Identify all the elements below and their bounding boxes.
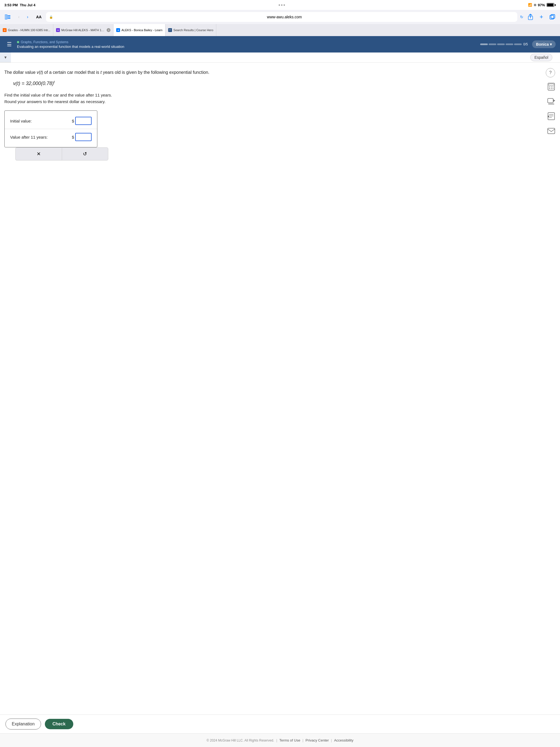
svg-rect-9 bbox=[549, 84, 554, 85]
svg-point-10 bbox=[549, 87, 550, 87]
svg-point-13 bbox=[549, 88, 550, 89]
menu-button[interactable]: ☰ bbox=[4, 40, 14, 49]
topic-dot bbox=[17, 41, 19, 43]
aleks-header: ☰ Graphs, Functions, and Systems Evaluat… bbox=[0, 36, 560, 52]
user-menu-button[interactable]: Bonica ▾ bbox=[532, 41, 556, 48]
aleks-topic: Graphs, Functions, and Systems Evaluatin… bbox=[17, 40, 480, 49]
url-bar: 🔒 www-awu.aleks.com bbox=[46, 12, 517, 22]
tab-aleks[interactable]: A ALEKS - Bonica Bailey - Learn bbox=[113, 24, 166, 36]
browser-toolbar: ‹ › AA 🔒 www-awu.aleks.com ↻ + bbox=[0, 10, 560, 24]
value-after-row: Value after 11 years: $ bbox=[5, 129, 97, 145]
wifi-icon: 📶 bbox=[528, 3, 532, 7]
find-text: Find the initial value of the car and th… bbox=[4, 92, 556, 105]
svg-rect-7 bbox=[551, 15, 555, 18]
tab-favicon-aleks: A bbox=[116, 28, 120, 32]
topic-title: Evaluating an exponential function that … bbox=[17, 45, 480, 49]
toolbar-actions: + bbox=[526, 12, 557, 21]
footer: © 2024 McGraw Hill LLC. All Rights Reser… bbox=[0, 733, 560, 747]
svg-rect-2 bbox=[8, 15, 10, 16]
lock-icon: 🔒 bbox=[49, 15, 53, 19]
svg-rect-4 bbox=[8, 18, 10, 19]
tab-mcgraw[interactable]: M McGraw Hill ALEKS - MATH 10... ✕ bbox=[53, 24, 113, 36]
url-text[interactable]: www-awu.aleks.com bbox=[55, 15, 514, 19]
progress-area: 0/5 bbox=[480, 42, 528, 46]
content-area: ? bbox=[0, 62, 560, 227]
forward-button[interactable]: › bbox=[24, 13, 32, 21]
initial-value-label: Initial value: bbox=[10, 119, 72, 123]
share-button[interactable] bbox=[526, 12, 535, 21]
accessibility-link[interactable]: Accessibility bbox=[334, 738, 354, 742]
aa-label[interactable]: AA bbox=[34, 14, 43, 20]
keyboard-buttons: ✕ ↺ bbox=[15, 147, 108, 160]
svg-rect-23 bbox=[548, 128, 555, 134]
calculator-button[interactable] bbox=[546, 81, 557, 92]
progress-fraction: 0/5 bbox=[524, 42, 528, 46]
status-bar: 3:53 PM Thu Jul 4 📶 ⊙ 97% bbox=[0, 0, 560, 10]
tab-label-grades: Grades - HUMN 100 6385 Intr... bbox=[8, 28, 50, 32]
dollar-sign-2: $ bbox=[72, 135, 74, 139]
side-tools: ? bbox=[546, 68, 560, 136]
chevron-down-icon: ▾ bbox=[4, 55, 6, 60]
math-formula: v(t) = 32,000(0.78)t bbox=[13, 80, 556, 86]
answer-box: Initial value: $ Value after 11 years: $ bbox=[4, 110, 97, 147]
footer-copyright: © 2024 McGraw Hill LLC. All Rights Reser… bbox=[207, 739, 274, 742]
svg-point-15 bbox=[553, 88, 554, 89]
topic-category: Graphs, Functions, and Systems bbox=[17, 40, 480, 44]
sidebar-toggle-button[interactable] bbox=[3, 12, 12, 21]
expand-toggle-button[interactable]: ▾ bbox=[0, 52, 11, 62]
status-right: 📶 ⊙ 97% bbox=[528, 3, 556, 7]
svg-point-12 bbox=[553, 87, 554, 87]
svg-rect-18 bbox=[548, 113, 555, 120]
textbook-button[interactable] bbox=[546, 111, 557, 122]
video-button[interactable] bbox=[546, 96, 557, 107]
tab-favicon-mcgraw: M bbox=[56, 28, 60, 32]
value-after-input[interactable] bbox=[75, 133, 92, 141]
svg-rect-22 bbox=[548, 115, 549, 117]
privacy-center-link[interactable]: Privacy Center bbox=[305, 738, 329, 742]
browser-tabs: G Grades - HUMN 100 6385 Intr... M McGra… bbox=[0, 24, 560, 36]
tabs-button[interactable] bbox=[548, 12, 557, 21]
svg-rect-17 bbox=[549, 104, 554, 104]
battery-indicator bbox=[546, 3, 556, 7]
tab-favicon-coursehero: 🛡 bbox=[168, 28, 172, 32]
tab-coursehero[interactable]: 🛡 Search Results | Course Hero bbox=[166, 24, 216, 36]
tab-grades[interactable]: G Grades - HUMN 100 6385 Intr... bbox=[0, 24, 53, 36]
terms-of-use-link[interactable]: Terms of Use bbox=[279, 738, 301, 742]
back-button[interactable]: ‹ bbox=[15, 13, 23, 21]
problem-text: The dollar value v(t) of a certain car m… bbox=[4, 69, 556, 76]
value-after-input-container: $ bbox=[72, 133, 92, 141]
check-button[interactable]: Check bbox=[45, 719, 73, 729]
explanation-button[interactable]: Explanation bbox=[5, 719, 41, 729]
status-time: 3:53 PM Thu Jul 4 bbox=[4, 3, 35, 7]
nav-buttons: ‹ › bbox=[15, 13, 32, 21]
svg-rect-6 bbox=[550, 15, 554, 19]
value-after-label: Value after 11 years: bbox=[10, 135, 72, 139]
new-tab-button[interactable]: + bbox=[537, 12, 546, 21]
initial-value-input-container: $ bbox=[72, 117, 92, 125]
initial-value-input[interactable] bbox=[75, 117, 92, 125]
location-icon: ⊙ bbox=[534, 3, 536, 7]
tab-close-mcgraw[interactable]: ✕ bbox=[107, 28, 110, 32]
svg-point-11 bbox=[551, 87, 552, 87]
tab-label-aleks: ALEKS - Bonica Bailey - Learn bbox=[121, 28, 162, 32]
tab-label-coursehero: Search Results | Course Hero bbox=[173, 28, 213, 32]
espanol-button[interactable]: Español bbox=[530, 54, 552, 61]
svg-point-14 bbox=[551, 88, 552, 89]
dollar-sign-1: $ bbox=[72, 119, 74, 123]
initial-value-row: Initial value: $ bbox=[5, 113, 97, 129]
tab-label-mcgraw: McGraw Hill ALEKS - MATH 10... bbox=[61, 28, 105, 32]
battery-percent: 97% bbox=[538, 3, 545, 7]
svg-rect-16 bbox=[548, 98, 553, 103]
help-button[interactable]: ? bbox=[546, 68, 555, 77]
bottom-bar: Explanation Check bbox=[0, 715, 560, 733]
tab-favicon-grades: G bbox=[3, 28, 6, 32]
reload-button[interactable]: ↻ bbox=[520, 15, 524, 19]
chevron-down-icon: ▾ bbox=[550, 42, 552, 47]
progress-bar bbox=[480, 44, 522, 45]
status-center-dots bbox=[279, 4, 285, 6]
svg-rect-3 bbox=[8, 17, 10, 18]
clear-button[interactable]: ✕ bbox=[15, 147, 62, 160]
svg-rect-0 bbox=[5, 15, 7, 19]
mail-button[interactable] bbox=[546, 126, 557, 136]
undo-button[interactable]: ↺ bbox=[62, 147, 108, 160]
